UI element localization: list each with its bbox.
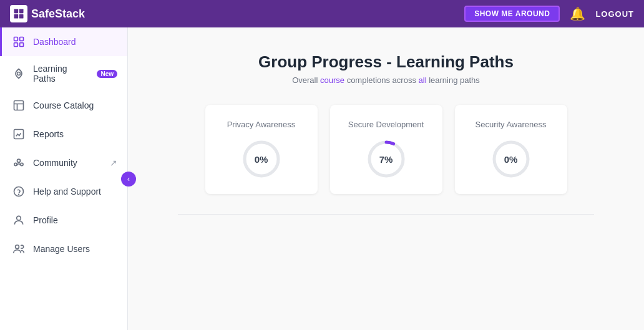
sidebar-manage-users-label: Manage Users: [33, 244, 90, 254]
svg-point-13: [21, 163, 23, 165]
privacy-percent: 0%: [255, 154, 268, 165]
svg-rect-7: [20, 43, 24, 47]
cards-row: Privacy Awareness 0% Secure Development: [178, 105, 594, 194]
show-me-around-button[interactable]: SHOW ME AROUND: [464, 6, 560, 22]
svg-rect-4: [14, 37, 18, 41]
sidebar-dashboard-label: Dashboard: [33, 37, 76, 47]
sidebar-item-manage-users[interactable]: Manage Users: [0, 235, 127, 263]
card-security-title: Security Awareness: [476, 120, 547, 129]
learning-paths-icon: [12, 67, 26, 80]
community-icon: [12, 156, 26, 170]
svg-point-8: [17, 72, 21, 75]
main-inner: Group Progress - Learning Paths Overall …: [128, 27, 644, 240]
svg-rect-2: [14, 14, 19, 19]
profile-icon: [12, 213, 26, 227]
svg-rect-6: [14, 43, 18, 47]
progress-privacy: 0%: [242, 139, 281, 179]
svg-rect-10: [14, 130, 24, 139]
sidebar-item-community[interactable]: Community ↗: [0, 148, 127, 177]
secure-percent: 7%: [379, 154, 393, 165]
sidebar-profile-label: Profile: [33, 215, 58, 225]
sidebar-course-catalog-label: Course Catalog: [33, 100, 94, 110]
svg-rect-9: [14, 101, 24, 110]
sidebar-reports-label: Reports: [33, 129, 64, 139]
card-privacy-title: Privacy Awareness: [227, 120, 296, 129]
svg-rect-3: [19, 14, 24, 19]
new-badge: New: [97, 70, 117, 78]
subtitle-highlight-all: all: [419, 75, 427, 85]
card-secure-title: Secure Development: [348, 120, 424, 129]
logo: SafeStack: [10, 5, 85, 22]
sidebar-community-label: Community: [33, 158, 77, 168]
svg-point-11: [17, 159, 21, 162]
notifications-bell-icon[interactable]: 🔔: [570, 6, 585, 21]
manage-users-icon: [12, 242, 26, 256]
page-title: Group Progress - Learning Paths: [178, 52, 594, 72]
top-navigation: SafeStack SHOW ME AROUND 🔔 LOGOUT: [0, 0, 644, 27]
progress-security: 0%: [491, 139, 531, 179]
app-layout: Dashboard Learning Paths New Course Cata…: [0, 27, 644, 330]
svg-point-15: [19, 195, 19, 195]
svg-point-16: [17, 216, 21, 220]
progress-secure: 7%: [366, 139, 406, 179]
topnav-right: SHOW ME AROUND 🔔 LOGOUT: [464, 6, 634, 22]
card-privacy-awareness: Privacy Awareness 0%: [205, 105, 318, 194]
svg-rect-0: [14, 9, 19, 14]
sidebar-learning-paths-label: Learning Paths: [33, 64, 87, 84]
sidebar-item-profile[interactable]: Profile: [0, 206, 127, 235]
sidebar-item-reports[interactable]: Reports: [0, 120, 127, 148]
course-catalog-icon: [12, 99, 26, 112]
logout-button[interactable]: LOGOUT: [595, 9, 634, 19]
sidebar-item-dashboard[interactable]: Dashboard: [0, 27, 127, 56]
page-subtitle: Overall course completions across all le…: [178, 75, 594, 85]
section-divider: [178, 214, 594, 215]
sidebar-item-help-support[interactable]: Help and Support: [0, 177, 127, 206]
card-secure-development: Secure Development 7%: [330, 105, 442, 194]
sidebar-item-course-catalog[interactable]: Course Catalog: [0, 91, 127, 120]
subtitle-highlight-course: course: [320, 75, 344, 85]
card-security-awareness: Security Awareness 0%: [455, 105, 567, 194]
help-icon: [12, 185, 26, 198]
svg-point-12: [14, 163, 17, 165]
logo-icon: [10, 5, 27, 22]
sidebar: Dashboard Learning Paths New Course Cata…: [0, 27, 128, 330]
svg-rect-1: [19, 9, 24, 14]
svg-point-17: [16, 245, 19, 249]
reports-icon: [12, 127, 26, 141]
sidebar-item-learning-paths[interactable]: Learning Paths New: [0, 56, 127, 91]
sidebar-collapse-button[interactable]: ‹: [121, 172, 136, 187]
dashboard-icon: [12, 35, 26, 49]
security-percent: 0%: [504, 154, 518, 165]
main-content: Group Progress - Learning Paths Overall …: [128, 27, 644, 330]
external-link-icon: ↗: [110, 158, 117, 168]
logo-text: SafeStack: [31, 7, 85, 21]
sidebar-help-label: Help and Support: [33, 187, 101, 197]
svg-rect-5: [20, 37, 24, 41]
